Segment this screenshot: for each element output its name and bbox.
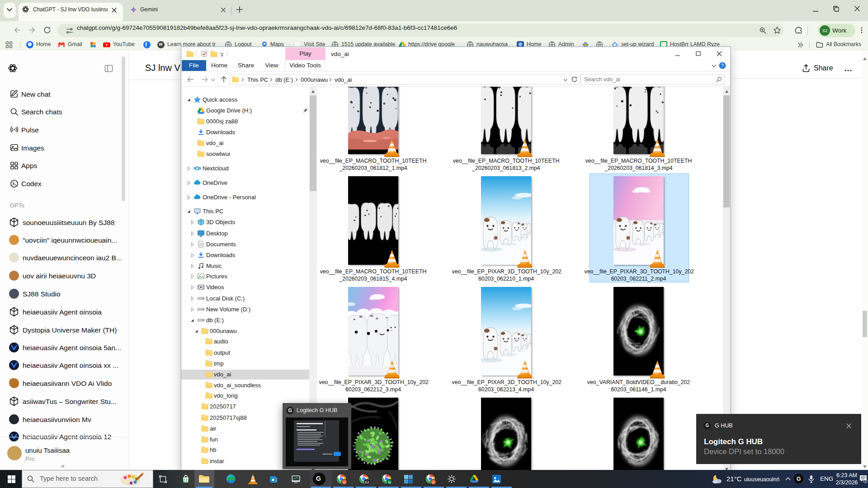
svg-text:?: ? [721, 63, 724, 68]
svg-text:1: 1 [864, 479, 866, 483]
